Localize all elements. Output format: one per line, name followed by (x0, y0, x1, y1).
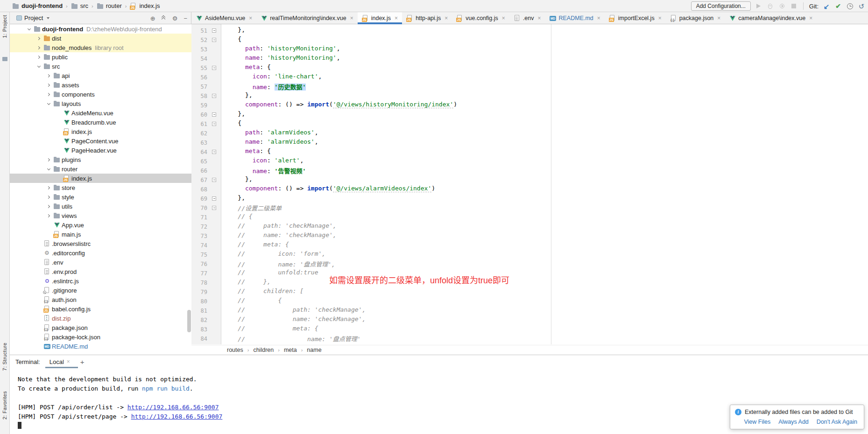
tree-row[interactable]: api (10, 71, 191, 80)
git-history-icon[interactable] (846, 2, 854, 10)
tree-row[interactable]: .browserslistrc (10, 239, 191, 248)
tab-close-icon[interactable]: × (537, 15, 541, 21)
tree-row[interactable]: JSindex.js (10, 174, 191, 183)
git-rollback-icon[interactable]: ↺ (858, 2, 865, 10)
fold-marker[interactable] (212, 150, 216, 154)
editor-tab[interactable]: JSindex.js× (358, 12, 402, 24)
terminal-tab-close-icon[interactable]: × (67, 358, 70, 365)
notification-action[interactable]: Don't Ask Again (817, 419, 857, 425)
tree-row[interactable]: store (10, 183, 191, 192)
fold-marker[interactable] (212, 196, 216, 201)
editor-tab[interactable]: realTimeMonitoring\index.vue× (256, 12, 358, 24)
tree-row[interactable]: plugins (10, 155, 191, 164)
editor-tab[interactable]: JSimportExcel.js× (605, 12, 666, 24)
tab-close-icon[interactable]: × (249, 15, 252, 21)
tree-row[interactable]: layouts (10, 99, 191, 108)
tab-close-icon[interactable]: × (350, 15, 353, 21)
tree-row[interactable]: App.vue (10, 220, 191, 230)
breadcrumb-item[interactable]: name (307, 347, 321, 353)
tree-row[interactable]: components (10, 90, 191, 99)
tab-close-icon[interactable]: × (445, 15, 448, 21)
tab-close-icon[interactable]: × (809, 15, 812, 21)
terminal-tab-local[interactable]: Local × (46, 355, 74, 368)
tree-row[interactable]: JSmain.js (10, 230, 191, 239)
stripe-structure-label[interactable]: 7: Structure (2, 343, 7, 371)
tree-row[interactable]: src (10, 62, 191, 71)
tree-row[interactable]: JSindex.js (10, 127, 191, 136)
tree-row[interactable]: JSbabel.config.js (10, 304, 191, 314)
editor-tab[interactable]: JShttp-api.js× (402, 12, 452, 24)
fold-marker[interactable] (212, 94, 216, 98)
breadcrumb-item[interactable]: router (97, 2, 122, 9)
tree-row[interactable]: .env (10, 258, 191, 267)
fold-marker[interactable] (212, 122, 216, 126)
gear-icon[interactable]: ⚙ (172, 15, 178, 21)
breadcrumb-item[interactable]: JSindex.js (130, 2, 160, 9)
breadcrumb-item[interactable]: children (253, 347, 274, 353)
tree-row[interactable]: {;}package.json (10, 323, 191, 332)
editor-tab[interactable]: MDREADME.md× (545, 12, 605, 24)
tree-row[interactable]: MDREADME.md (10, 342, 191, 351)
project-scrollbar-thumb[interactable] (187, 310, 191, 332)
tree-row[interactable]: {;}auth.json (10, 295, 191, 304)
project-tree[interactable]: duoji-frontendD:\zheheWeb\duoji-frontend… (10, 24, 191, 355)
tree-row[interactable]: ⚙.editorconfig (10, 248, 191, 258)
tree-row[interactable]: .gitignore (10, 286, 191, 295)
terminal-link[interactable]: http://192.168.66.56:9007 (127, 404, 219, 411)
editor-tab[interactable]: JSvue.config.js× (452, 12, 509, 24)
fold-marker[interactable] (212, 178, 216, 182)
notification-action[interactable]: View Files (744, 419, 770, 425)
project-panel-header[interactable]: Project ⊕ ⚙ − (10, 12, 191, 24)
coverage-button[interactable] (778, 2, 786, 10)
stripe-project-label[interactable]: 1: Project (2, 15, 7, 38)
fold-marker[interactable] (212, 38, 216, 42)
tree-row[interactable]: PageContent.vue (10, 136, 191, 146)
stripe-favorites-label[interactable]: 2: Favorites (2, 391, 7, 420)
tree-row[interactable]: duoji-frontendD:\zheheWeb\duoji-frontend (10, 24, 191, 34)
collapse-all-icon[interactable] (162, 16, 166, 21)
tree-row[interactable]: .eslintrc.js (10, 276, 191, 286)
hide-panel-icon[interactable]: − (183, 15, 187, 21)
tree-row[interactable]: router (10, 164, 191, 174)
stop-button[interactable] (790, 2, 797, 10)
debug-button[interactable] (767, 2, 774, 10)
fold-marker[interactable] (212, 66, 216, 70)
editor-tab[interactable]: .env× (509, 12, 545, 24)
breadcrumb-item[interactable]: src (71, 2, 88, 9)
fold-marker[interactable] (212, 28, 216, 33)
git-update-icon[interactable]: ↙ (823, 2, 830, 10)
tree-row[interactable]: style (10, 192, 191, 202)
locate-icon[interactable]: ⊕ (150, 15, 155, 21)
editor[interactable]: 5152535455565758596061626364656667686970… (191, 24, 868, 355)
tab-close-icon[interactable]: × (597, 15, 600, 21)
editor-tab[interactable]: cameraManage\index.vue× (725, 12, 817, 24)
tab-close-icon[interactable]: × (658, 15, 662, 21)
terminal-link[interactable]: http://192.168.66.56:9007 (131, 413, 223, 420)
tree-row[interactable]: assets (10, 80, 191, 90)
tree-row[interactable]: dist (10, 34, 191, 43)
tree-row[interactable]: node_moduleslibrary root (10, 43, 191, 52)
add-configuration-button[interactable]: Add Configuration... (691, 1, 751, 11)
breadcrumb-item[interactable]: routes (227, 347, 243, 353)
tree-row[interactable]: dist.zip (10, 314, 191, 323)
breadcrumb-item[interactable]: duoji-frontend (12, 2, 63, 9)
tab-close-icon[interactable]: × (395, 15, 398, 21)
tree-row[interactable]: Breadcrumb.vue (10, 118, 191, 127)
git-commit-icon[interactable]: ✔ (834, 2, 842, 10)
fold-marker[interactable] (212, 112, 216, 117)
editor-tab[interactable]: AsideMenu.vue× (191, 12, 256, 24)
run-button[interactable] (755, 2, 762, 10)
breadcrumb-item[interactable]: meta (284, 347, 297, 353)
code-area[interactable]: }, { path: 'historyMonitoring', name: 'h… (222, 24, 868, 344)
tree-row[interactable]: {;}package-lock.json (10, 332, 191, 342)
tree-row[interactable]: utils (10, 202, 191, 211)
tree-row[interactable]: AsideMenu.vue (10, 108, 191, 118)
terminal-new-tab-button[interactable]: + (80, 358, 85, 366)
tree-row[interactable]: PageHeader.vue (10, 146, 191, 155)
tab-close-icon[interactable]: × (717, 15, 720, 21)
tree-row[interactable]: .env.prod (10, 267, 191, 276)
fold-marker[interactable] (212, 206, 216, 210)
tab-close-icon[interactable]: × (502, 15, 505, 21)
tree-row[interactable]: views (10, 211, 191, 220)
editor-tab[interactable]: {;}package.json× (666, 12, 725, 24)
